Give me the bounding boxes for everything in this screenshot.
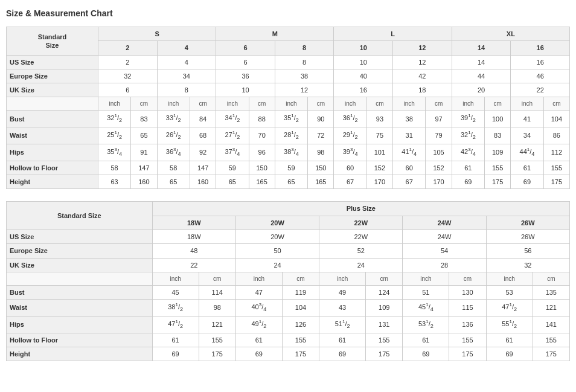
cell: 8 — [275, 55, 334, 69]
cell: 40 — [334, 69, 393, 83]
cell: 391/2 — [452, 111, 484, 127]
cell: cm — [533, 272, 569, 285]
cell: 281/2 — [275, 127, 307, 144]
cell: 10 — [334, 55, 393, 69]
cell: cm — [366, 97, 392, 111]
cell: 59 — [275, 161, 307, 175]
cell: 155 — [199, 333, 235, 347]
us-size-label: US Size — [7, 55, 98, 69]
cell: cm — [190, 97, 216, 111]
cell: cm — [131, 97, 157, 111]
plus-europe-size-label: Europe Size — [7, 244, 153, 258]
cell: 135 — [533, 285, 569, 299]
cell: 403/4 — [235, 300, 282, 316]
hollow-to-floor-row: Hollow to Floor 58 147 58 147 59 150 59 … — [7, 161, 570, 175]
cell: inch — [403, 272, 449, 285]
cell: 14 — [452, 55, 511, 69]
cell: 175 — [543, 175, 569, 189]
cell: 155 — [282, 333, 319, 347]
cell: 75 — [366, 127, 392, 144]
cell: 119 — [282, 285, 319, 299]
cell: 63 — [98, 175, 130, 189]
cell: 383/4 — [275, 144, 307, 161]
cell: cm — [308, 97, 334, 111]
cell: 6 — [216, 55, 275, 69]
col-us10: 10 — [334, 41, 393, 55]
europe-size-label: Europe Size — [7, 69, 98, 83]
cell: 291/2 — [334, 127, 366, 144]
cell: 24W — [403, 230, 486, 243]
cell: 60 — [393, 161, 426, 175]
cell: 451/4 — [403, 300, 449, 316]
cell: 175 — [366, 347, 403, 361]
cell: inch — [486, 272, 533, 285]
waist-label: Waist — [7, 127, 98, 144]
col-20w: 20W — [235, 216, 319, 230]
waist-row: Waist 251/2 65 261/2 68 271/2 70 281/2 7… — [7, 127, 570, 144]
cell: 18 — [393, 83, 452, 97]
plus-waist-label: Waist — [7, 300, 153, 316]
unit-row: inch cm inch cm inch cm inch cm inch cm … — [7, 97, 570, 111]
cell — [7, 272, 153, 285]
cell: 361/2 — [334, 111, 366, 127]
cell: 423/4 — [452, 144, 484, 161]
cell: inch — [152, 272, 199, 285]
cell: 165 — [249, 175, 275, 189]
cell: 24 — [235, 258, 319, 272]
cell: 34 — [157, 69, 216, 83]
cell: 109 — [366, 300, 403, 316]
cell: 56 — [486, 244, 569, 258]
cell: 69 — [319, 347, 366, 361]
cell: 69 — [452, 175, 484, 189]
col-us14: 14 — [452, 41, 511, 55]
cell: inch — [511, 97, 543, 111]
cell: 136 — [449, 316, 486, 333]
cell: 381/2 — [152, 300, 199, 316]
uk-size-label: UK Size — [7, 83, 98, 97]
cell: 341/2 — [216, 111, 249, 127]
cell: 69 — [486, 347, 533, 361]
cell: 32 — [486, 258, 569, 272]
cell: 79 — [426, 127, 452, 144]
cell: 152 — [426, 161, 452, 175]
cell: 531/2 — [403, 316, 449, 333]
cell: 491/2 — [235, 316, 282, 333]
cell: 126 — [282, 316, 319, 333]
cell: inch — [157, 97, 190, 111]
cell: 38 — [393, 111, 426, 127]
uk-size-row: UK Size 6 8 10 12 16 18 20 22 — [7, 83, 570, 97]
col-m: M — [216, 27, 334, 41]
cell: 8 — [157, 83, 216, 97]
cell: 69 — [403, 347, 449, 361]
cell: 150 — [308, 161, 334, 175]
cell: 393/4 — [334, 144, 366, 161]
col-22w: 22W — [319, 216, 403, 230]
hips-label: Hips — [7, 144, 98, 161]
cell: 551/2 — [486, 316, 533, 333]
cell: 124 — [366, 285, 403, 299]
col-26w: 26W — [486, 216, 569, 230]
cell: 24 — [319, 258, 403, 272]
cell: 22 — [152, 258, 235, 272]
cell: 2 — [98, 55, 157, 69]
cell: cm — [449, 272, 486, 285]
plus-uk-size-label: UK Size — [7, 258, 153, 272]
cell: 155 — [449, 333, 486, 347]
cell: 83 — [485, 127, 511, 144]
us-size-row: US Size 2 4 6 8 10 12 14 16 — [7, 55, 570, 69]
col-us16: 16 — [511, 41, 570, 55]
col-plus-size: Plus Size — [152, 202, 569, 216]
bust-label: Bust — [7, 111, 98, 127]
cell: cm — [249, 97, 275, 111]
cell: 104 — [282, 300, 319, 316]
cell: inch — [452, 97, 484, 111]
cell: 41 — [511, 111, 543, 127]
plus-hips-label: Hips — [7, 316, 153, 333]
cell: 61 — [235, 333, 282, 347]
plus-bust-row: Bust 45 114 47 119 49 124 51 130 53 135 — [7, 285, 570, 299]
cell: 4 — [157, 55, 216, 69]
col-18w: 18W — [152, 216, 235, 230]
cell: 67 — [334, 175, 366, 189]
cell: 93 — [366, 111, 392, 127]
cell: 91 — [131, 144, 157, 161]
